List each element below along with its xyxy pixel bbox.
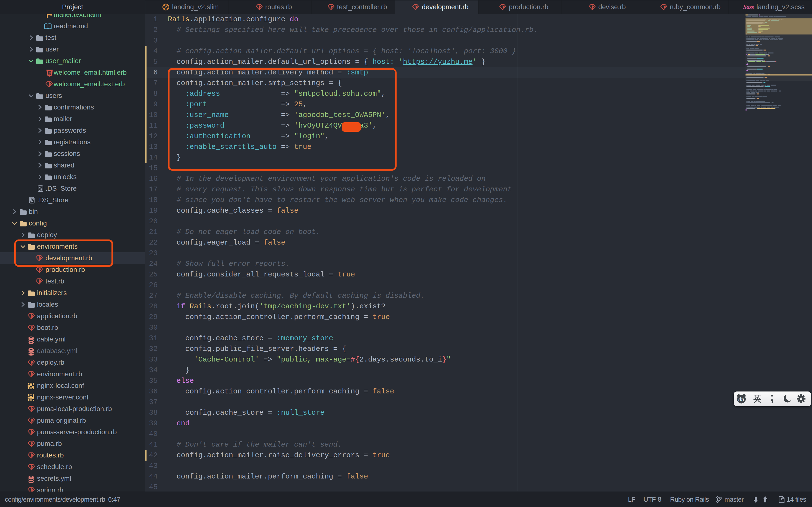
svg-text:du: du <box>739 396 745 402</box>
